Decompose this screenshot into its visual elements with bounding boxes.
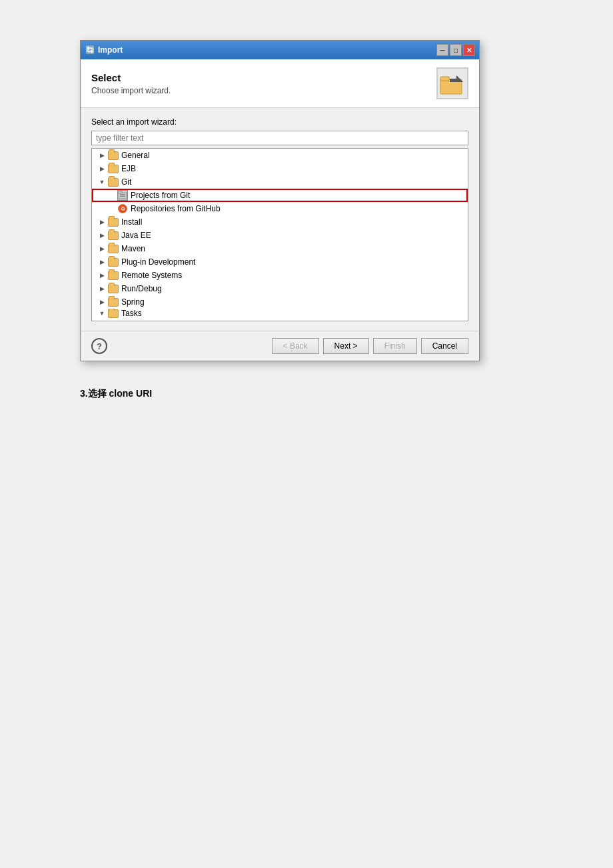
arrow-git: ▼ [97, 177, 107, 187]
folder-icon-maven [108, 243, 119, 254]
label-javaee: Java EE [121, 231, 151, 240]
maximize-button[interactable]: □ [450, 44, 462, 56]
label-general: General [121, 151, 150, 160]
folder-icon-plugin-dev [108, 257, 119, 267]
arrow-general: ▶ [97, 151, 107, 160]
title-bar: 🔄 Import ─ □ ✕ [81, 41, 479, 59]
label-repos-from-github: Repositories from GitHub [131, 204, 221, 213]
wizard-icon [436, 67, 468, 99]
arrow-plugin-dev: ▶ [97, 257, 107, 267]
folder-icon-remote-systems [108, 270, 119, 281]
wizard-label: Select an import wizard: [91, 117, 468, 127]
arrow-spring: ▶ [97, 297, 107, 307]
dialog-title: Import [98, 45, 123, 55]
filter-input[interactable] [91, 131, 468, 145]
label-plugin-dev: Plug-in Development [121, 257, 195, 267]
back-button[interactable]: < Back [272, 338, 319, 354]
footer-buttons: < Back Next > Finish Cancel [272, 338, 468, 354]
tree-item-git[interactable]: ▼ Git [92, 175, 468, 189]
label-ejb: EJB [121, 164, 136, 173]
label-spring: Spring [121, 297, 145, 307]
below-dialog-text: 3.选择 clone URI [80, 388, 152, 400]
tree-item-tasks[interactable]: ▼ Tasks [92, 309, 468, 318]
dialog-footer: ? < Back Next > Finish Cancel [81, 331, 479, 361]
folder-icon-javaee [108, 230, 119, 241]
tree-item-remote-systems[interactable]: ▶ Remote Systems [92, 269, 468, 282]
arrow-install: ▶ [97, 217, 107, 227]
import-icon: 🔄 [85, 45, 95, 55]
label-run-debug: Run/Debug [121, 284, 162, 293]
label-tasks: Tasks [121, 309, 142, 318]
arrow-javaee: ▶ [97, 231, 107, 240]
arrow-run-debug: ▶ [97, 284, 107, 293]
next-button[interactable]: Next > [323, 338, 369, 354]
folder-icon-general [108, 150, 119, 161]
folder-icon-tasks [108, 309, 119, 318]
label-remote-systems: Remote Systems [121, 271, 182, 280]
dialog-body: Select an import wizard: ▶ General ▶ [81, 108, 479, 331]
cancel-button[interactable]: Cancel [421, 338, 468, 354]
dialog-header: Select Choose import wizard. [81, 59, 479, 108]
arrow-maven: ▶ [97, 244, 107, 253]
tree-item-plugin-dev[interactable]: ▶ Plug-in Development [92, 255, 468, 269]
label-projects-from-git: Projects from Git [131, 191, 190, 200]
git-project-icon [117, 190, 128, 201]
minimize-button[interactable]: ─ [436, 44, 448, 56]
svg-rect-3 [450, 79, 456, 82]
arrow-ejb: ▶ [97, 164, 107, 173]
svg-text:♻: ♻ [121, 206, 125, 212]
tree-item-projects-from-git[interactable]: ▶ Projects from Git [92, 189, 468, 202]
arrow-remote-systems: ▶ [97, 271, 107, 280]
below-dialog-label: 3.选择 clone URI [80, 388, 152, 399]
tree-item-repos-from-github[interactable]: ▶ ♻ Repositories from GitHub [92, 202, 468, 215]
label-git: Git [121, 177, 131, 187]
window-controls: ─ □ ✕ [436, 44, 475, 56]
header-text: Select Choose import wizard. [91, 72, 171, 95]
tree-item-javaee[interactable]: ▶ Java EE [92, 229, 468, 242]
tree-item-maven[interactable]: ▶ Maven [92, 242, 468, 255]
folder-icon-install [108, 217, 119, 227]
tree-item-install[interactable]: ▶ Install [92, 215, 468, 229]
svg-rect-6 [120, 194, 125, 195]
svg-rect-5 [119, 191, 122, 193]
tree-item-spring[interactable]: ▶ Spring [92, 295, 468, 309]
arrow-tasks: ▼ [97, 309, 107, 318]
page-wrapper: 🔄 Import ─ □ ✕ Select Choose import wiza… [0, 0, 613, 440]
header-heading: Select [91, 72, 171, 83]
svg-rect-7 [120, 196, 125, 197]
folder-icon-ejb [108, 163, 119, 174]
wizard-svg-icon [439, 70, 466, 97]
tree-item-general[interactable]: ▶ General [92, 149, 468, 162]
header-subtext: Choose import wizard. [91, 86, 171, 95]
tree-item-run-debug[interactable]: ▶ Run/Debug [92, 282, 468, 295]
tree-item-ejb[interactable]: ▶ EJB [92, 162, 468, 175]
label-maven: Maven [121, 244, 145, 253]
folder-icon-spring [108, 297, 119, 307]
title-bar-left: 🔄 Import [85, 45, 123, 55]
import-dialog: 🔄 Import ─ □ ✕ Select Choose import wiza… [80, 40, 480, 361]
svg-rect-1 [440, 77, 449, 81]
close-button[interactable]: ✕ [463, 44, 475, 56]
footer-left: ? [91, 338, 107, 354]
finish-button[interactable]: Finish [373, 338, 417, 354]
help-button[interactable]: ? [91, 338, 107, 354]
folder-icon-run-debug [108, 283, 119, 294]
folder-icon-git [108, 177, 119, 187]
label-install: Install [121, 217, 142, 227]
github-icon: ♻ [117, 203, 128, 214]
svg-marker-2 [456, 75, 463, 82]
tree-list[interactable]: ▶ General ▶ EJB ▼ [91, 148, 468, 321]
